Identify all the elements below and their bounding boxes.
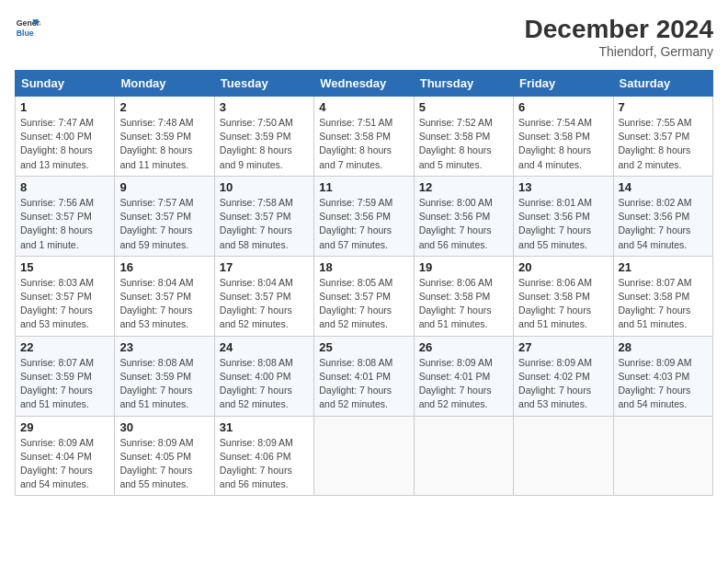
calendar-cell: 31Sunrise: 8:09 AMSunset: 4:06 PMDayligh… <box>214 416 313 496</box>
calendar-cell: 28Sunrise: 8:09 AMSunset: 4:03 PMDayligh… <box>613 336 712 416</box>
day-info: Sunrise: 7:48 AMSunset: 3:59 PMDaylight:… <box>119 116 209 172</box>
day-info: Sunrise: 8:04 AMSunset: 3:57 PMDaylight:… <box>220 276 309 332</box>
day-number: 28 <box>619 340 708 354</box>
calendar-cell: 20Sunrise: 8:06 AMSunset: 3:58 PMDayligh… <box>514 256 613 336</box>
day-number: 14 <box>619 180 708 194</box>
day-info: Sunrise: 7:54 AMSunset: 3:58 PMDaylight:… <box>518 116 608 172</box>
weekday-friday: Friday <box>514 71 613 97</box>
week-row-2: 8Sunrise: 7:56 AMSunset: 3:57 PMDaylight… <box>16 176 713 256</box>
calendar-cell: 12Sunrise: 8:00 AMSunset: 3:56 PMDayligh… <box>414 176 513 256</box>
day-info: Sunrise: 7:59 AMSunset: 3:56 PMDaylight:… <box>319 196 408 252</box>
day-info: Sunrise: 8:08 AMSunset: 3:59 PMDaylight:… <box>119 356 209 412</box>
day-info: Sunrise: 8:08 AMSunset: 4:00 PMDaylight:… <box>220 356 309 412</box>
day-info: Sunrise: 7:58 AMSunset: 3:57 PMDaylight:… <box>220 196 309 252</box>
day-info: Sunrise: 8:00 AMSunset: 3:56 PMDaylight:… <box>419 196 508 252</box>
calendar-cell: 21Sunrise: 8:07 AMSunset: 3:58 PMDayligh… <box>613 256 712 336</box>
day-number: 8 <box>20 180 109 194</box>
day-number: 11 <box>319 180 408 194</box>
day-info: Sunrise: 7:55 AMSunset: 3:57 PMDaylight:… <box>619 116 708 172</box>
day-info: Sunrise: 8:07 AMSunset: 3:59 PMDaylight:… <box>20 356 109 412</box>
weekday-wednesday: Wednesday <box>314 71 414 97</box>
day-number: 7 <box>619 100 708 114</box>
calendar-cell: 13Sunrise: 8:01 AMSunset: 3:56 PMDayligh… <box>514 176 613 256</box>
calendar-cell <box>314 416 414 496</box>
week-row-3: 15Sunrise: 8:03 AMSunset: 3:57 PMDayligh… <box>16 256 713 336</box>
calendar-cell: 27Sunrise: 8:09 AMSunset: 4:02 PMDayligh… <box>514 336 613 416</box>
week-row-4: 22Sunrise: 8:07 AMSunset: 3:59 PMDayligh… <box>16 336 713 416</box>
day-number: 3 <box>220 100 309 114</box>
day-number: 22 <box>20 340 109 354</box>
calendar-cell: 15Sunrise: 8:03 AMSunset: 3:57 PMDayligh… <box>16 256 115 336</box>
day-info: Sunrise: 7:51 AMSunset: 3:58 PMDaylight:… <box>319 116 408 172</box>
day-number: 16 <box>119 260 209 274</box>
calendar-cell: 6Sunrise: 7:54 AMSunset: 3:58 PMDaylight… <box>514 97 613 177</box>
day-number: 12 <box>419 180 508 194</box>
weekday-thursday: Thursday <box>414 71 513 97</box>
calendar-cell: 17Sunrise: 8:04 AMSunset: 3:57 PMDayligh… <box>214 256 313 336</box>
day-number: 27 <box>518 340 608 354</box>
day-info: Sunrise: 8:07 AMSunset: 3:58 PMDaylight:… <box>619 276 708 332</box>
day-info: Sunrise: 7:57 AMSunset: 3:57 PMDaylight:… <box>119 196 209 252</box>
day-info: Sunrise: 8:08 AMSunset: 4:01 PMDaylight:… <box>319 356 408 412</box>
calendar-cell: 23Sunrise: 8:08 AMSunset: 3:59 PMDayligh… <box>115 336 214 416</box>
day-info: Sunrise: 8:09 AMSunset: 4:05 PMDaylight:… <box>119 436 209 492</box>
week-row-1: 1Sunrise: 7:47 AMSunset: 4:00 PMDaylight… <box>16 97 713 177</box>
day-number: 1 <box>20 100 109 114</box>
day-info: Sunrise: 7:47 AMSunset: 4:00 PMDaylight:… <box>20 116 109 172</box>
day-number: 6 <box>518 100 608 114</box>
day-info: Sunrise: 8:01 AMSunset: 3:56 PMDaylight:… <box>518 196 608 252</box>
header: General Blue December 2024 Thiendorf, Ge… <box>15 15 713 59</box>
day-number: 15 <box>20 260 109 274</box>
day-number: 5 <box>419 100 508 114</box>
calendar-cell: 29Sunrise: 8:09 AMSunset: 4:04 PMDayligh… <box>16 416 115 496</box>
location: Thiendorf, Germany <box>525 44 713 59</box>
day-number: 10 <box>220 180 309 194</box>
calendar-cell: 9Sunrise: 7:57 AMSunset: 3:57 PMDaylight… <box>115 176 214 256</box>
calendar-cell: 18Sunrise: 8:05 AMSunset: 3:57 PMDayligh… <box>314 256 414 336</box>
calendar-cell: 10Sunrise: 7:58 AMSunset: 3:57 PMDayligh… <box>214 176 313 256</box>
calendar-cell: 19Sunrise: 8:06 AMSunset: 3:58 PMDayligh… <box>414 256 513 336</box>
calendar-cell: 4Sunrise: 7:51 AMSunset: 3:58 PMDaylight… <box>314 97 414 177</box>
day-number: 18 <box>319 260 408 274</box>
calendar-cell: 30Sunrise: 8:09 AMSunset: 4:05 PMDayligh… <box>115 416 214 496</box>
day-info: Sunrise: 8:05 AMSunset: 3:57 PMDaylight:… <box>319 276 408 332</box>
calendar-cell <box>613 416 712 496</box>
calendar-cell: 3Sunrise: 7:50 AMSunset: 3:59 PMDaylight… <box>214 97 313 177</box>
weekday-saturday: Saturday <box>613 71 712 97</box>
day-info: Sunrise: 8:09 AMSunset: 4:02 PMDaylight:… <box>518 356 608 412</box>
day-number: 23 <box>119 340 209 354</box>
day-number: 20 <box>518 260 608 274</box>
weekday-header-row: SundayMondayTuesdayWednesdayThursdayFrid… <box>16 71 713 97</box>
weekday-tuesday: Tuesday <box>214 71 313 97</box>
day-info: Sunrise: 8:04 AMSunset: 3:57 PMDaylight:… <box>119 276 209 332</box>
day-number: 17 <box>220 260 309 274</box>
day-info: Sunrise: 7:52 AMSunset: 3:58 PMDaylight:… <box>419 116 508 172</box>
day-info: Sunrise: 8:03 AMSunset: 3:57 PMDaylight:… <box>20 276 109 332</box>
calendar: SundayMondayTuesdayWednesdayThursdayFrid… <box>15 70 713 496</box>
day-info: Sunrise: 8:02 AMSunset: 3:56 PMDaylight:… <box>619 196 708 252</box>
svg-text:Blue: Blue <box>17 29 34 38</box>
calendar-body: 1Sunrise: 7:47 AMSunset: 4:00 PMDaylight… <box>16 97 713 496</box>
month-year: December 2024 <box>525 15 713 44</box>
calendar-cell: 14Sunrise: 8:02 AMSunset: 3:56 PMDayligh… <box>613 176 712 256</box>
weekday-sunday: Sunday <box>16 71 115 97</box>
day-number: 24 <box>220 340 309 354</box>
day-number: 25 <box>319 340 408 354</box>
logo-icon: General Blue <box>15 15 40 40</box>
calendar-cell: 7Sunrise: 7:55 AMSunset: 3:57 PMDaylight… <box>613 97 712 177</box>
calendar-cell: 8Sunrise: 7:56 AMSunset: 3:57 PMDaylight… <box>16 176 115 256</box>
calendar-cell: 5Sunrise: 7:52 AMSunset: 3:58 PMDaylight… <box>414 97 513 177</box>
day-info: Sunrise: 8:06 AMSunset: 3:58 PMDaylight:… <box>518 276 608 332</box>
day-info: Sunrise: 8:09 AMSunset: 4:03 PMDaylight:… <box>619 356 708 412</box>
day-number: 31 <box>220 420 309 434</box>
day-number: 29 <box>20 420 109 434</box>
day-info: Sunrise: 8:09 AMSunset: 4:01 PMDaylight:… <box>419 356 508 412</box>
day-number: 21 <box>619 260 708 274</box>
day-number: 19 <box>419 260 508 274</box>
day-info: Sunrise: 7:50 AMSunset: 3:59 PMDaylight:… <box>220 116 309 172</box>
calendar-cell: 2Sunrise: 7:48 AMSunset: 3:59 PMDaylight… <box>115 97 214 177</box>
day-info: Sunrise: 7:56 AMSunset: 3:57 PMDaylight:… <box>20 196 109 252</box>
calendar-cell: 16Sunrise: 8:04 AMSunset: 3:57 PMDayligh… <box>115 256 214 336</box>
day-number: 30 <box>119 420 209 434</box>
calendar-cell: 24Sunrise: 8:08 AMSunset: 4:00 PMDayligh… <box>214 336 313 416</box>
